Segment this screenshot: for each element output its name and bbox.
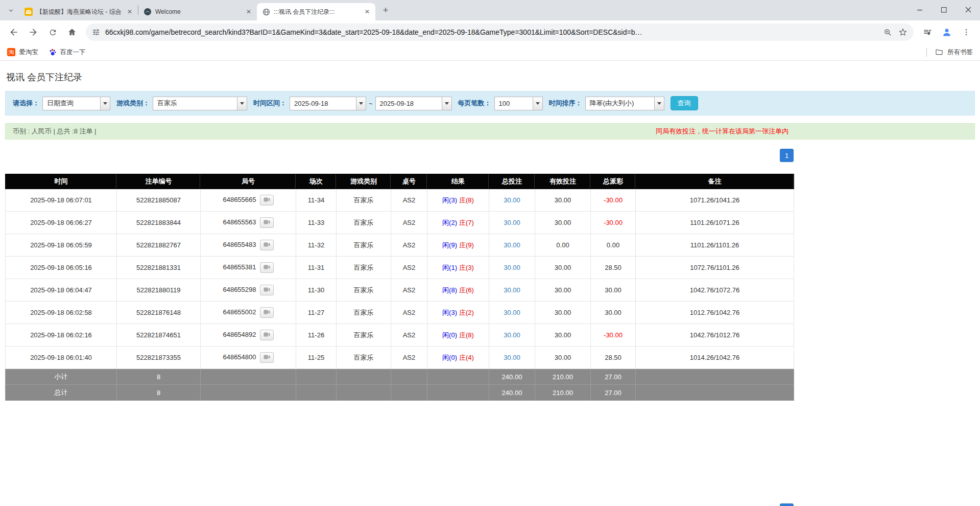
cell-payout: -30.00 xyxy=(591,324,636,347)
view-video-button[interactable] xyxy=(260,217,274,228)
view-video-button[interactable] xyxy=(260,352,274,363)
per-page-label: 每页笔数： xyxy=(458,99,491,108)
back-icon[interactable] xyxy=(5,24,22,41)
cell-total-bet: 30.00 xyxy=(489,279,535,302)
view-video-button[interactable] xyxy=(260,307,274,318)
result-player: 闲(0) xyxy=(442,354,457,361)
profile-avatar-icon[interactable] xyxy=(938,24,955,41)
table-row: 2025-09-18 06:05:16522821881331648655381… xyxy=(6,257,794,279)
media-controls-icon[interactable] xyxy=(919,24,936,41)
summary-cell xyxy=(636,385,794,401)
tab-close-icon[interactable]: ✕ xyxy=(245,8,253,16)
summary-cell: 27.00 xyxy=(591,369,636,385)
cell-note: 1101.26/1101.26 xyxy=(636,234,794,257)
sort-order-select[interactable]: 降幂(由大到小) xyxy=(585,97,664,110)
view-video-button[interactable] xyxy=(260,285,274,295)
summary-cell: 210.00 xyxy=(535,385,591,401)
cell-table-no: AS2 xyxy=(391,324,427,347)
tab-welcome[interactable]: Welcome ✕ xyxy=(138,3,257,20)
site-info-icon[interactable] xyxy=(92,28,100,36)
cell-valid-bet: 30.00 xyxy=(535,324,591,347)
summary-cell xyxy=(296,385,337,401)
cell-session: 11-31 xyxy=(296,257,337,279)
address-bar[interactable]: 66cxkj98.com/game/betrecord_search/kind3… xyxy=(86,24,914,41)
bookmark-baidu[interactable]: 百度一下 xyxy=(49,48,86,57)
all-bookmarks-label: 所有书签 xyxy=(947,48,973,57)
chevron-down-icon[interactable] xyxy=(237,97,247,110)
video-icon xyxy=(264,354,270,361)
tab-close-icon[interactable]: ✕ xyxy=(126,8,134,16)
page-number-button[interactable]: 1 xyxy=(780,149,794,162)
home-icon[interactable] xyxy=(63,24,81,41)
game-type-select[interactable]: 百家乐 xyxy=(153,97,247,110)
cell-valid-bet: 30.00 xyxy=(535,347,591,369)
bookmark-label: 爱淘宝 xyxy=(19,48,38,57)
total-bet-link[interactable]: 30.00 xyxy=(504,219,520,226)
view-video-button[interactable] xyxy=(260,195,274,205)
total-bet-link[interactable]: 30.00 xyxy=(504,309,520,316)
query-type-label: 请选择： xyxy=(13,99,39,108)
view-video-button[interactable] xyxy=(260,240,274,250)
chevron-down-icon[interactable] xyxy=(442,97,451,110)
cell-round-id: 648654892 xyxy=(201,324,296,347)
browser-menu-icon[interactable] xyxy=(958,24,975,41)
page-number-button[interactable]: 1 xyxy=(780,503,794,506)
total-bet-link[interactable]: 30.00 xyxy=(504,196,520,204)
all-bookmarks[interactable]: 所有书签 xyxy=(926,48,973,57)
chevron-down-icon[interactable] xyxy=(100,97,110,110)
query-type-select[interactable]: 日期查询 xyxy=(42,97,110,110)
view-video-button[interactable] xyxy=(260,262,274,273)
cell-total-bet: 30.00 xyxy=(489,257,535,279)
summary-cell xyxy=(337,385,391,401)
tab-close-icon[interactable]: ✕ xyxy=(363,8,371,16)
round-id: 648655563 xyxy=(223,218,256,226)
table-row: 2025-09-18 06:05:59522821882767648655483… xyxy=(6,234,794,257)
game-type-label: 游戏类别： xyxy=(116,99,150,108)
chevron-down-icon[interactable] xyxy=(654,97,664,110)
chevron-down-icon[interactable] xyxy=(356,97,366,110)
tab-bet-record[interactable]: :::视讯 会员下注纪录::: ✕ xyxy=(257,3,375,20)
cell-result: 闲(1)庄(3) xyxy=(427,257,489,279)
currency-summary: 币别 : 人民币 | 总共 :8 注单 | xyxy=(13,127,97,136)
cell-result: 闲(3)庄(2) xyxy=(427,302,489,324)
total-bet-link[interactable]: 30.00 xyxy=(504,354,520,361)
cell-round-id: 648655483 xyxy=(201,234,296,257)
forward-icon[interactable] xyxy=(25,24,42,41)
video-icon xyxy=(264,196,270,204)
payout-value: 30.00 xyxy=(605,286,622,294)
minimize-button[interactable] xyxy=(908,0,932,19)
cell-total-bet: 30.00 xyxy=(489,324,535,347)
cell-round-id: 648655002 xyxy=(201,302,296,324)
round-id: 648655381 xyxy=(223,263,256,271)
view-video-button[interactable] xyxy=(260,330,274,340)
tab-forum[interactable]: 【新提醒】海燕策略论坛 - 综合... ✕ xyxy=(19,3,138,20)
date-end-input[interactable]: 2025-09-18 xyxy=(375,97,452,110)
bookmark-star-icon[interactable] xyxy=(898,28,907,37)
cell-table-no: AS2 xyxy=(391,347,427,369)
close-window-button[interactable] xyxy=(956,0,980,19)
total-bet-link[interactable]: 30.00 xyxy=(504,264,520,271)
total-bet-link[interactable]: 30.00 xyxy=(504,286,520,294)
per-page-select[interactable]: 100 xyxy=(494,97,543,110)
url-text[interactable]: 66cxkj98.com/game/betrecord_search/kind3… xyxy=(105,28,877,36)
maximize-button[interactable] xyxy=(932,0,956,19)
date-start-input[interactable]: 2025-09-18 xyxy=(290,97,366,110)
refresh-icon[interactable] xyxy=(44,24,61,41)
cell-game-type: 百家乐 xyxy=(337,302,391,324)
date-start-value: 2025-09-18 xyxy=(290,97,356,110)
table-row: 2025-09-18 06:07:01522821885087648655665… xyxy=(6,189,794,212)
round-id: 648655002 xyxy=(223,308,256,316)
search-button[interactable]: 查询 xyxy=(671,96,698,110)
bookmarks-bar: 淘 爱淘宝 百度一下 所有书签 xyxy=(0,44,980,61)
total-bet-link[interactable]: 30.00 xyxy=(504,241,520,249)
total-bet-link[interactable]: 30.00 xyxy=(504,331,520,339)
chevron-down-icon[interactable] xyxy=(533,97,542,110)
cell-payout: 30.00 xyxy=(591,302,636,324)
bookmark-taobao[interactable]: 淘 爱淘宝 xyxy=(7,48,38,57)
tab-search-chevron-icon[interactable] xyxy=(4,4,17,17)
cell-game-type: 百家乐 xyxy=(337,189,391,212)
zoom-icon[interactable] xyxy=(883,28,892,37)
game-type-value: 百家乐 xyxy=(153,97,237,110)
cell-game-type: 百家乐 xyxy=(337,279,391,302)
new-tab-button[interactable]: + xyxy=(378,3,393,17)
